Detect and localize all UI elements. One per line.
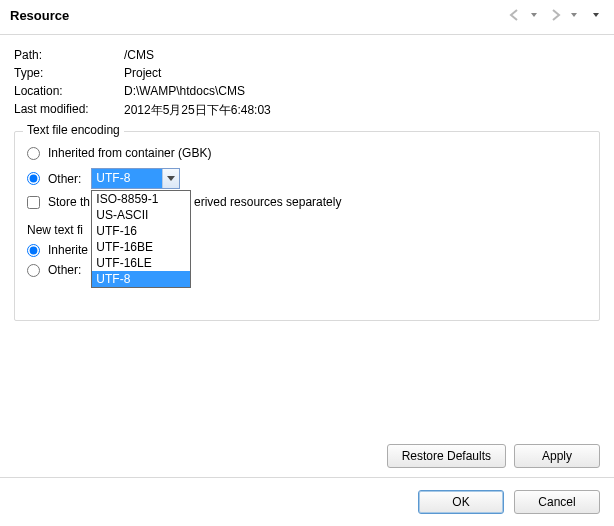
- linedelim-inherited-radio[interactable]: [27, 244, 40, 257]
- encoding-combo-button[interactable]: [162, 169, 179, 188]
- ok-button[interactable]: OK: [418, 490, 504, 514]
- encoding-other-label: Other:: [48, 172, 81, 186]
- encoding-dropdown-item[interactable]: UTF-16: [92, 223, 190, 239]
- encoding-dropdown-item[interactable]: UTF-8: [92, 271, 190, 287]
- header-nav-icons: [506, 6, 604, 24]
- store-derived-label-a: Store th: [48, 195, 90, 209]
- encoding-groupbox: Text file encoding Inherited from contai…: [14, 131, 600, 321]
- header: Resource: [0, 0, 614, 35]
- cancel-button[interactable]: Cancel: [514, 490, 600, 514]
- linedelim-other-radio[interactable]: [27, 264, 40, 277]
- back-menu-icon[interactable]: [524, 6, 542, 24]
- location-label: Location:: [14, 82, 124, 100]
- forward-icon[interactable]: [546, 6, 564, 24]
- encoding-dropdown-item[interactable]: US-ASCII: [92, 207, 190, 223]
- linedelim-inherited-label-a: Inherite: [48, 243, 88, 257]
- content-body: Path: /CMS Type: Project Location: D:\WA…: [0, 34, 614, 333]
- apply-button[interactable]: Apply: [514, 444, 600, 468]
- path-label: Path:: [14, 46, 124, 64]
- resource-meta-table: Path: /CMS Type: Project Location: D:\WA…: [14, 46, 275, 121]
- location-value: D:\WAMP\htdocs\CMS: [124, 82, 275, 100]
- linedelim-legend-partial: New text fi: [27, 223, 83, 237]
- encoding-dropdown-item[interactable]: UTF-16BE: [92, 239, 190, 255]
- encoding-other-row[interactable]: Other: UTF-8 ISO-8859-1US-ASCIIUTF-16UTF…: [27, 168, 587, 189]
- store-derived-checkbox[interactable]: [27, 196, 40, 209]
- encoding-dropdown-item[interactable]: UTF-16LE: [92, 255, 190, 271]
- encoding-combo[interactable]: UTF-8 ISO-8859-1US-ASCIIUTF-16UTF-16BEUT…: [91, 168, 180, 189]
- lastmod-label: Last modified:: [14, 100, 124, 121]
- lastmod-value: 2012年5月25日下午6:48:03: [124, 100, 275, 121]
- restore-defaults-button[interactable]: Restore Defaults: [387, 444, 506, 468]
- encoding-legend: Text file encoding: [23, 123, 124, 137]
- linedelim-other-label: Other:: [48, 263, 81, 277]
- encoding-combo-value[interactable]: UTF-8: [92, 169, 162, 188]
- encoding-dropdown-item[interactable]: ISO-8859-1: [92, 191, 190, 207]
- type-label: Type:: [14, 64, 124, 82]
- store-derived-label-b: erived resources separately: [194, 195, 341, 209]
- dialog-button-bar: OK Cancel: [0, 477, 614, 526]
- view-menu-icon[interactable]: [586, 6, 604, 24]
- forward-menu-icon[interactable]: [564, 6, 582, 24]
- type-value: Project: [124, 64, 275, 82]
- restore-apply-bar: Restore Defaults Apply: [0, 436, 614, 476]
- encoding-dropdown[interactable]: ISO-8859-1US-ASCIIUTF-16UTF-16BEUTF-16LE…: [91, 190, 191, 288]
- encoding-inherited-row[interactable]: Inherited from container (GBK): [27, 146, 587, 160]
- path-value: /CMS: [124, 46, 275, 64]
- encoding-other-radio[interactable]: [27, 172, 40, 185]
- encoding-inherited-radio[interactable]: [27, 147, 40, 160]
- back-icon[interactable]: [506, 6, 524, 24]
- encoding-inherited-label: Inherited from container (GBK): [48, 146, 211, 160]
- page-title: Resource: [10, 8, 69, 23]
